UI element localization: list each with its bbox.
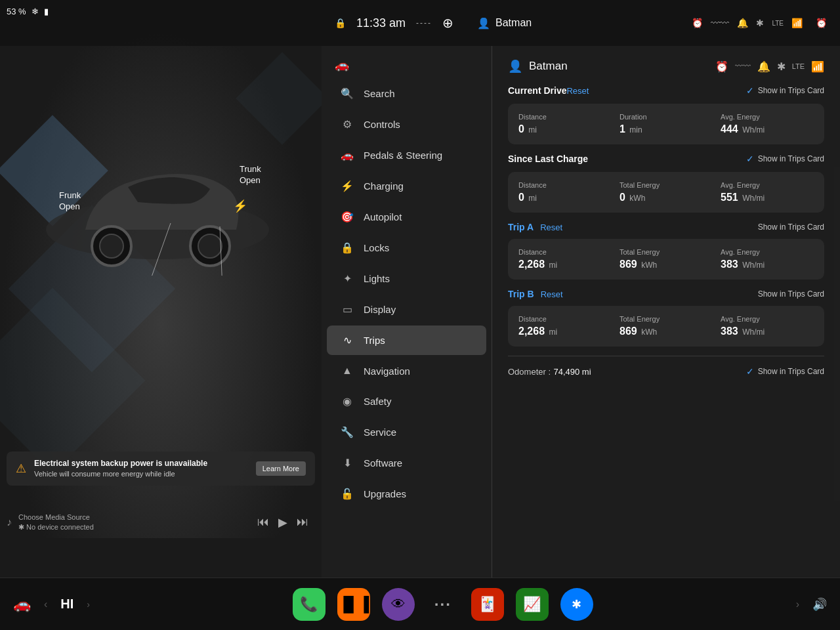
odometer-show-trips: ✓ Show in Trips Card [746,366,824,377]
taskbar-chart-app[interactable]: 📈 [516,588,549,621]
odometer-value: 74,490 mi [553,367,591,377]
autopilot-icon: 🎯 [340,211,354,223]
menu-item-display[interactable]: ▭ Display [327,295,486,324]
since-charge-header: Since Last Charge ✓ Show in Trips Card [508,154,824,164]
menu-item-service[interactable]: 🔧 Service [327,417,486,447]
trip-a-show-trips: Show in Trips Card [758,222,824,232]
trunk-label: Trunk Open [240,164,261,186]
menu-item-upgrades[interactable]: 🔓 Upgrades [327,479,486,509]
odometer-row: Odometer : 74,490 mi ✓ Show in Trips Car… [508,356,824,387]
trip-a-stats: Distance 2,268 mi Total Energy 869 kWh A… [518,248,814,270]
trip-b-reset[interactable]: Reset [541,289,563,299]
top-bar: 🔒 11:33 am ---- ⊕ 👤 Batman ⏰ 〰〰 🔔 ✱ LTE … [0,0,840,46]
trip-a-total-energy: Total Energy 869 kWh [620,248,713,270]
current-drive-stats: Distance 0 mi Duration 1 min Avg. Energy [518,113,814,135]
search-icon: 🔍 [340,87,354,100]
trip-a-distance: Distance 2,268 mi [518,248,612,270]
taskbar-bluetooth-app[interactable]: ✱ [560,588,593,621]
svg-point-4 [198,234,222,258]
upgrades-icon: 🔓 [340,488,354,500]
menu-item-pedals[interactable]: 🚗 Pedals & Steering [327,140,486,170]
taskbar-hi-text: HI [60,597,74,612]
taskbar-card-app[interactable]: 🃏 [471,588,504,621]
trip-a-title: Trip A [508,222,534,232]
trip-a-card: Distance 2,268 mi Total Energy 869 kWh A… [508,239,824,280]
since-charge-check: ✓ [746,154,754,164]
user-section: 👤 Batman [477,17,532,30]
trip-b-header: Trip B Reset Show in Trips Card [508,289,824,299]
menu-item-safety[interactable]: ◉ Safety [327,387,486,416]
media-bar: ♪ Choose Media Source ✱ No device connec… [7,513,308,532]
taskbar-prev-arrow[interactable]: ‹ [44,598,47,610]
content-signal: 📶 [811,60,824,73]
service-icon: 🔧 [340,426,354,438]
current-drive-header: Current Drive Reset ✓ Show in Trips Card [508,85,824,96]
content-username: Batman [529,60,568,73]
pedals-icon: 🚗 [340,149,354,161]
content-user-header: 👤 Batman ⏰ 〰〰 🔔 ✱ LTE 📶 [508,59,824,74]
battery-percentage: 53 % [7,7,26,16]
warning-bar: ⚠ Electrical system backup power is unav… [7,452,315,486]
current-drive-reset[interactable]: Reset [566,86,589,96]
content-alarm-icon: ⏰ [715,60,728,73]
taskbar-next-arrow[interactable]: › [796,598,799,610]
media-info: Choose Media Source ✱ No device connecte… [18,513,251,532]
content-status-icons: ⏰ 〰〰 🔔 ✱ LTE 📶 [715,60,824,73]
content-noise: 〰〰 [735,62,751,71]
signal-dots: ---- [416,18,432,28]
top-right-alarm[interactable]: ⏰ [816,18,827,28]
navigation-icon: ▲ [340,365,354,377]
trip-a-reset[interactable]: Reset [540,222,562,232]
taskbar-camera-app[interactable]: 👁 [382,588,415,621]
menu-item-trips[interactable]: ∿ Trips [327,326,486,355]
more-dots-icon: ··· [434,595,452,614]
media-play-button[interactable]: ▶ [278,515,287,530]
since-charge-stats: Distance 0 mi Total Energy 0 kWh Avg. En… [518,181,814,203]
media-next-button[interactable]: ⏭ [297,515,308,529]
lock-icon: 🔒 [335,18,346,28]
trips-icon: ∿ [340,334,354,346]
media-controls: ⏮ ▶ ⏭ [257,515,308,530]
warning-icon: ⚠ [16,461,26,476]
card-icon: 🃏 [478,596,496,613]
username-display: Batman [495,17,532,29]
battery-icon: ▮ [44,7,49,16]
taskbar-phone-app[interactable]: 📞 [293,588,326,621]
menu-car-icon: 🚗 [322,52,492,77]
menu-item-search[interactable]: 🔍 Search [327,79,486,108]
taskbar-center: 📞 ▐▌▐ 👁 ··· 🃏 📈 ✱ [90,588,796,621]
since-charge-show-trips: ✓ Show in Trips Card [746,154,824,164]
menu-item-controls[interactable]: ⚙ Controls [327,110,486,139]
since-charge-card: Distance 0 mi Total Energy 0 kWh Avg. En… [508,172,824,213]
taskbar-right: › 🔊 [796,597,827,612]
menu-item-software[interactable]: ⬇ Software [327,448,486,478]
menu-item-charging[interactable]: ⚡ Charging [327,171,486,201]
trip-b-title: Trip B [508,289,534,299]
trip-b-total-energy: Total Energy 869 kWh [620,315,713,337]
volume-icon[interactable]: 🔊 [812,597,827,612]
learn-more-button[interactable]: Learn More [256,461,306,476]
svg-text:⚡: ⚡ [233,199,248,213]
safety-icon: ◉ [340,395,354,408]
menu-item-autopilot[interactable]: 🎯 Autopilot [327,202,486,232]
taskbar-car-icon[interactable]: 🚗 [13,596,31,613]
menu-item-lights[interactable]: ✦ Lights [327,264,486,293]
controls-icon: ⚙ [340,118,354,131]
nav-icon: ⊕ [442,15,453,31]
taskbar: 🚗 ‹ HI › 📞 ▐▌▐ 👁 ··· 🃏 📈 ✱ [0,578,840,630]
menu-item-locks[interactable]: 🔒 Locks [327,233,486,262]
snow-icon: ❄ [32,7,39,16]
trip-b-stats: Distance 2,268 mi Total Energy 869 kWh A… [518,315,814,337]
menu-item-navigation[interactable]: ▲ Navigation [327,356,486,385]
taskbar-more-button[interactable]: ··· [427,588,459,621]
current-drive-title: Current Drive [508,85,566,96]
since-charge-total-energy: Total Energy 0 kWh [620,181,713,203]
since-charge-avg-energy: Avg. Energy 551 Wh/mi [721,181,814,203]
lights-icon: ✦ [340,272,354,285]
taskbar-left: 🚗 ‹ HI › [13,596,90,613]
phone-icon: 📞 [300,596,318,613]
media-prev-button[interactable]: ⏮ [257,515,269,529]
display-icon: ▭ [340,303,354,316]
taskbar-music-app[interactable]: ▐▌▐ [337,588,370,621]
music-icon: ▐▌▐ [338,596,369,613]
